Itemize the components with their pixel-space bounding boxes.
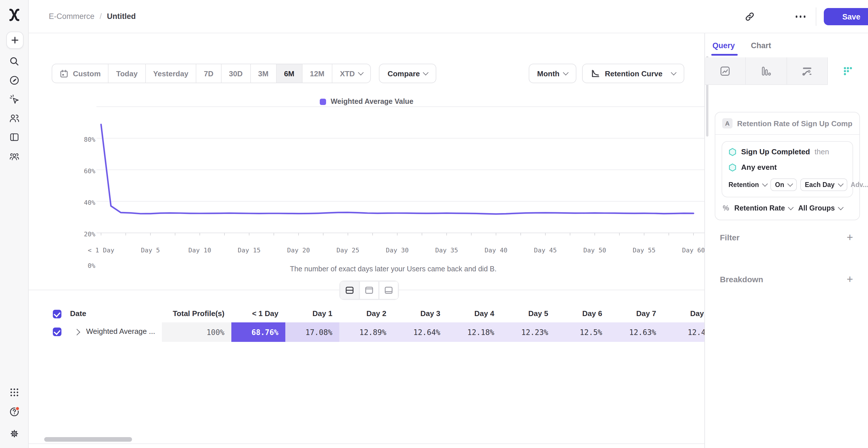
bar-chart-tab[interactable]: [746, 57, 787, 85]
retention-type-dropdown[interactable]: Retention: [728, 181, 767, 188]
search-icon[interactable]: [9, 56, 20, 67]
row-cell[interactable]: 12.4%: [663, 322, 704, 342]
left-sidebar: [0, 0, 29, 448]
column-header[interactable]: Day 5: [501, 309, 555, 318]
on-dropdown[interactable]: On: [770, 178, 797, 191]
row-cell[interactable]: 68.76%: [231, 322, 285, 342]
advanced-dropdown[interactable]: Adv...: [851, 181, 868, 188]
column-header[interactable]: Day 2: [339, 309, 393, 318]
column-header[interactable]: Day 7: [609, 309, 663, 318]
range-custom[interactable]: Custom: [52, 64, 109, 82]
groups-dropdown[interactable]: All Groups: [798, 204, 843, 212]
breakdown-section: Breakdown +: [720, 274, 853, 284]
date-range-segmented-control: CustomTodayYesterday7D30D3M6M12MXTD: [52, 64, 371, 83]
retention-definition-box: Sign Up Completed then Any event Retenti…: [722, 141, 853, 197]
query-step-header[interactable]: A Retention Rate of Sign Up Compl...: [715, 112, 859, 135]
chevron-down-icon: [788, 204, 794, 210]
active-tab-underline: [711, 54, 738, 56]
granularity-dropdown[interactable]: Month: [528, 64, 576, 83]
cursor-click-icon[interactable]: [9, 94, 20, 104]
row-cell[interactable]: 100%: [162, 322, 231, 342]
column-header[interactable]: Day 3: [393, 309, 447, 318]
row-cell[interactable]: 12.18%: [447, 322, 501, 342]
column-header[interactable]: Day 8: [663, 309, 704, 318]
event-hexagon-icon: [728, 163, 737, 171]
column-header[interactable]: Day 1: [285, 309, 339, 318]
range-12m[interactable]: 12M: [303, 64, 333, 82]
column-header[interactable]: Day 6: [555, 309, 609, 318]
step-title: Retention Rate of Sign Up Compl...: [737, 119, 852, 128]
returning-event-row[interactable]: Any event: [728, 163, 846, 172]
range-6m[interactable]: 6M: [276, 64, 302, 82]
retention-line-chart[interactable]: [57, 103, 704, 241]
x-tick-day-0: < 1 Day: [83, 247, 119, 254]
range-7d[interactable]: 7D: [196, 64, 221, 82]
users-icon[interactable]: [9, 113, 20, 123]
x-tick-day-5: Day 5: [132, 247, 169, 254]
help-icon[interactable]: [9, 407, 20, 417]
row-cell[interactable]: 17.08%: [285, 322, 339, 342]
split-view-button[interactable]: [340, 281, 360, 300]
table-bottom-view-icon: [384, 286, 393, 295]
compass-icon[interactable]: [9, 75, 20, 85]
column-header[interactable]: Total Profile(s): [162, 309, 231, 318]
ellipsis-icon: [796, 15, 798, 18]
range-3m[interactable]: 3M: [251, 64, 276, 82]
flows-tab[interactable]: [787, 57, 828, 85]
breadcrumb-report[interactable]: Untitled: [107, 12, 136, 21]
horizontal-scrollbar-thumb[interactable]: [44, 437, 132, 442]
breakdown-label: Breakdown: [720, 274, 763, 284]
percent-symbol: %: [723, 204, 729, 212]
group-icon[interactable]: [9, 151, 20, 162]
event-hexagon-icon: [728, 148, 737, 156]
column-header-date[interactable]: Date: [70, 309, 86, 318]
table-bottom-view-button[interactable]: [379, 281, 398, 300]
row-expand-chevron-icon[interactable]: [74, 329, 81, 336]
panel-tabs: Query Chart: [712, 40, 771, 56]
chart-type-label: Retention Curve: [605, 69, 662, 78]
row-checkbox[interactable]: [53, 328, 61, 336]
create-new-button[interactable]: [6, 32, 24, 49]
add-breakdown-button[interactable]: +: [847, 274, 853, 284]
x-tick-day-50: Day 50: [577, 247, 613, 254]
apps-grid-icon[interactable]: [9, 387, 20, 398]
filter-label: Filter: [720, 233, 739, 242]
row-cell[interactable]: 12.89%: [339, 322, 393, 342]
compare-button[interactable]: Compare: [379, 64, 437, 83]
tab-query[interactable]: Query: [712, 40, 735, 56]
row-cell[interactable]: 12.23%: [501, 322, 555, 342]
save-button[interactable]: Save: [824, 8, 868, 25]
top-header: E-Commerce / Untitled Save: [29, 0, 868, 33]
bar-chart-icon: [761, 65, 772, 77]
range-xtd[interactable]: XTD: [332, 64, 370, 82]
row-cell[interactable]: 12.63%: [609, 322, 663, 342]
settings-gear-icon[interactable]: [9, 428, 20, 439]
tab-chart[interactable]: Chart: [751, 40, 771, 56]
range-30d[interactable]: 30D: [222, 64, 251, 82]
breadcrumb-project[interactable]: E-Commerce: [49, 12, 94, 21]
chart-type-dropdown[interactable]: Retention Curve: [582, 64, 684, 83]
range-yesterday[interactable]: Yesterday: [146, 64, 196, 82]
share-link-icon[interactable]: [744, 11, 755, 22]
first-event-row[interactable]: Sign Up Completed then: [728, 147, 846, 156]
add-filter-button[interactable]: +: [847, 232, 853, 243]
x-tick-day-15: Day 15: [231, 247, 268, 254]
board-icon[interactable]: [9, 132, 20, 142]
measure-dropdown[interactable]: Retention Rate: [734, 204, 793, 212]
report-content: CustomTodayYesterday7D30D3M6M12MXTD Comp…: [29, 33, 704, 448]
insights-line-tab[interactable]: [705, 57, 746, 85]
x-tick-day-45: Day 45: [527, 247, 564, 254]
select-all-checkbox[interactable]: [53, 310, 61, 318]
column-header[interactable]: < 1 Day: [231, 309, 285, 318]
range-today[interactable]: Today: [109, 64, 146, 82]
interval-dropdown[interactable]: Each Day: [800, 178, 847, 191]
x-tick-day-30: Day 30: [379, 247, 415, 254]
row-cell[interactable]: 12.64%: [393, 322, 447, 342]
more-options-button[interactable]: [795, 15, 807, 18]
table-row[interactable]: Weighted Average ...100%68.76%17.08%12.8…: [29, 322, 704, 342]
tab-query-label: Query: [712, 41, 735, 50]
column-header[interactable]: Day 4: [447, 309, 501, 318]
row-cell[interactable]: 12.5%: [555, 322, 609, 342]
table-top-view-button[interactable]: [360, 281, 379, 300]
retention-tab[interactable]: [828, 57, 868, 85]
